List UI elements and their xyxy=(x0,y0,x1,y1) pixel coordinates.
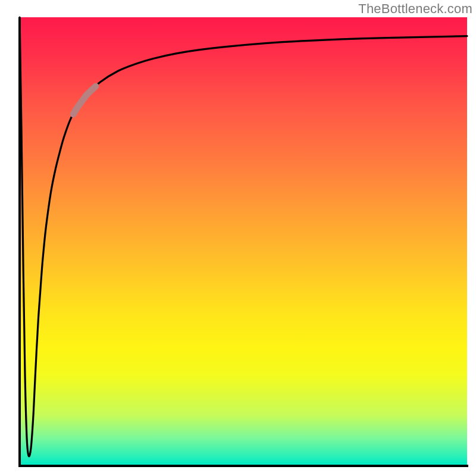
data-curve xyxy=(20,17,467,456)
highlight-segment xyxy=(73,86,96,114)
plot-svg xyxy=(20,17,467,465)
chart-canvas: TheBottleneck.com xyxy=(0,0,476,476)
x-axis-line xyxy=(18,465,468,467)
attribution-text: TheBottleneck.com xyxy=(358,1,472,17)
